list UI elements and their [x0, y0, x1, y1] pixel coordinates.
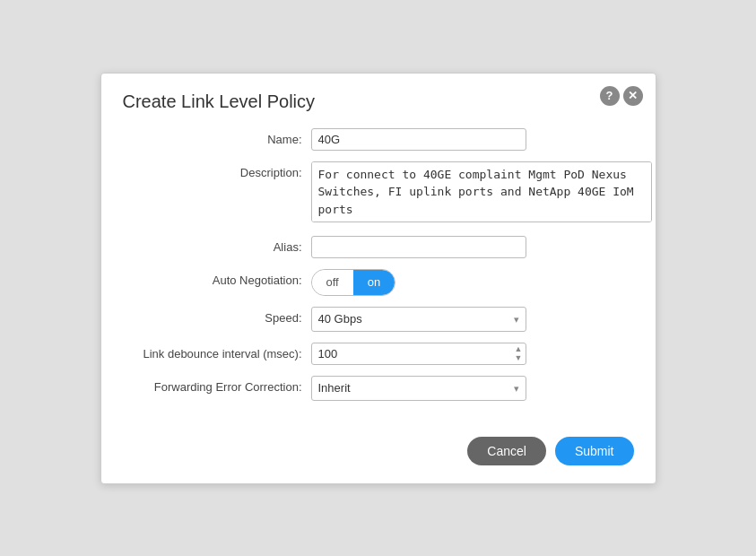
alias-label: Alias:	[123, 236, 311, 254]
debounce-row: Link debounce interval (msec): ▲ ▼	[123, 343, 634, 365]
fec-field-wrapper: Inherit Off CL91 CL74 ▾	[311, 376, 634, 401]
name-label: Name:	[123, 128, 311, 146]
help-button[interactable]: ?	[600, 86, 620, 106]
dialog-title: Create Link Level Policy	[123, 91, 634, 112]
description-field-wrapper: For connect to 40GE complaint Mgmt PoD N…	[311, 161, 652, 225]
speed-label: Speed:	[123, 307, 311, 325]
auto-neg-label: Auto Negotiation:	[123, 269, 311, 287]
description-input[interactable]: For connect to 40GE complaint Mgmt PoD N…	[311, 161, 652, 222]
fec-select-wrapper: Inherit Off CL91 CL74 ▾	[311, 376, 526, 401]
description-row: Description: For connect to 40GE complai…	[123, 161, 634, 225]
fec-label: Forwarding Error Correction:	[123, 376, 311, 394]
debounce-spinner-wrapper: ▲ ▼	[311, 343, 526, 365]
debounce-field-wrapper: ▲ ▼	[311, 343, 634, 365]
debounce-spinner-arrows: ▲ ▼	[515, 345, 523, 362]
alias-row: Alias:	[123, 236, 634, 258]
debounce-label: Link debounce interval (msec):	[123, 343, 311, 361]
debounce-input[interactable]	[311, 343, 526, 365]
dialog-icon-group: ? ✕	[600, 86, 643, 106]
dialog-footer: Cancel Submit	[123, 428, 634, 465]
description-label: Description:	[123, 161, 311, 179]
debounce-down-arrow[interactable]: ▼	[515, 354, 523, 362]
auto-neg-toggle-wrapper: off on	[311, 269, 634, 296]
speed-select-wrapper: 40 Gbps 10 Gbps 1 Gbps 100 Mbps ▾	[311, 307, 526, 332]
speed-row: Speed: 40 Gbps 10 Gbps 1 Gbps 100 Mbps ▾	[123, 307, 634, 332]
create-link-level-policy-dialog: Create Link Level Policy ? ✕ Name: Descr…	[100, 73, 656, 484]
cancel-button[interactable]: Cancel	[467, 437, 546, 465]
auto-neg-row: Auto Negotiation: off on	[123, 269, 634, 296]
close-button[interactable]: ✕	[623, 86, 643, 106]
name-row: Name:	[123, 128, 634, 151]
speed-field-wrapper: 40 Gbps 10 Gbps 1 Gbps 100 Mbps ▾	[311, 307, 634, 332]
auto-neg-on-button[interactable]: on	[353, 270, 395, 295]
speed-select[interactable]: 40 Gbps 10 Gbps 1 Gbps 100 Mbps	[311, 307, 526, 332]
auto-neg-off-button[interactable]: off	[312, 270, 353, 295]
alias-input[interactable]	[311, 236, 526, 258]
submit-button[interactable]: Submit	[555, 437, 634, 465]
debounce-up-arrow[interactable]: ▲	[515, 345, 523, 353]
auto-neg-toggle[interactable]: off on	[311, 269, 396, 296]
name-field-wrapper	[311, 128, 634, 151]
fec-select[interactable]: Inherit Off CL91 CL74	[311, 376, 526, 401]
fec-row: Forwarding Error Correction: Inherit Off…	[123, 376, 634, 401]
name-input[interactable]	[311, 128, 526, 151]
alias-field-wrapper	[311, 236, 634, 258]
